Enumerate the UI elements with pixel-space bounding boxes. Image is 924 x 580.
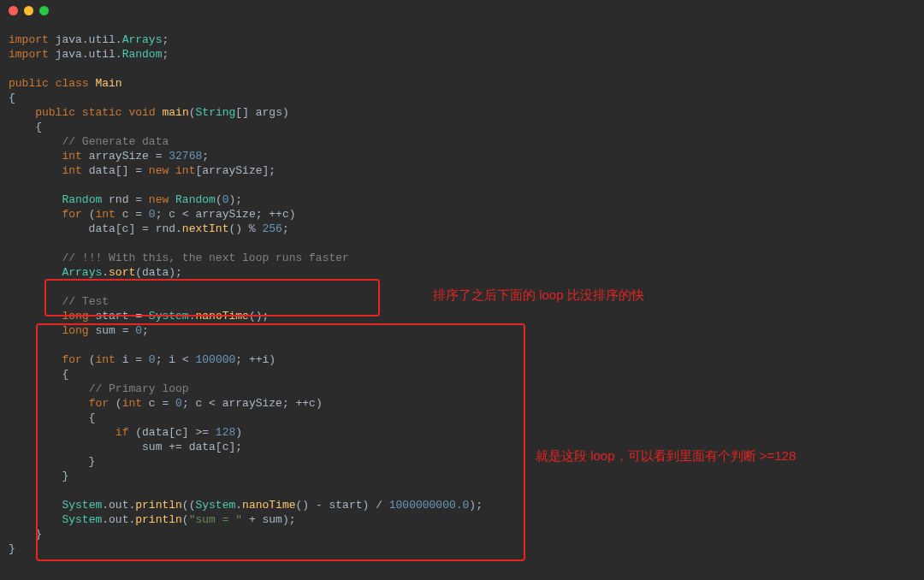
window-titlebar [0,0,924,21]
annotation-loop: 就是这段 loop，可以看到里面有个判断 >=128 [536,448,796,463]
annotation-sort: 排序了之后下面的 loop 比没排序的快 [433,287,644,302]
minimize-icon[interactable] [24,6,33,15]
close-icon[interactable] [9,6,18,15]
zoom-icon[interactable] [39,6,49,15]
